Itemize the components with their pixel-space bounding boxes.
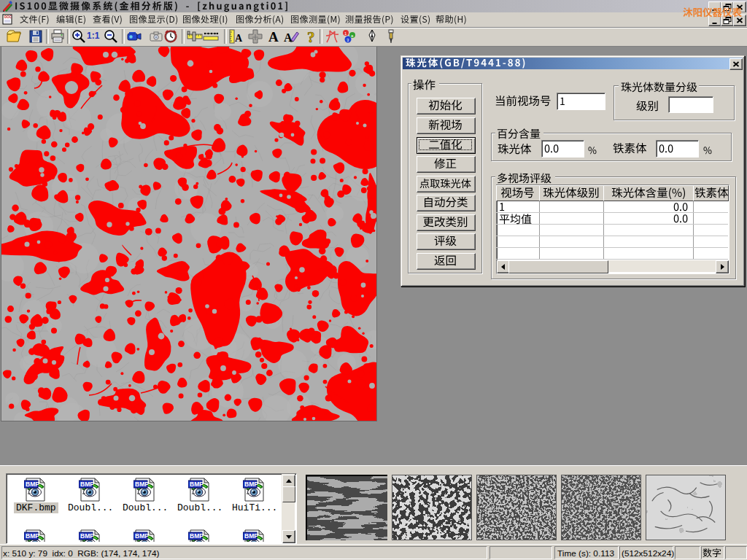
svg-text:DOC: DOC bbox=[4, 15, 12, 19]
svg-text:A: A bbox=[268, 29, 279, 44]
svg-text:A: A bbox=[235, 33, 243, 44]
svg-text:?: ? bbox=[307, 28, 315, 44]
